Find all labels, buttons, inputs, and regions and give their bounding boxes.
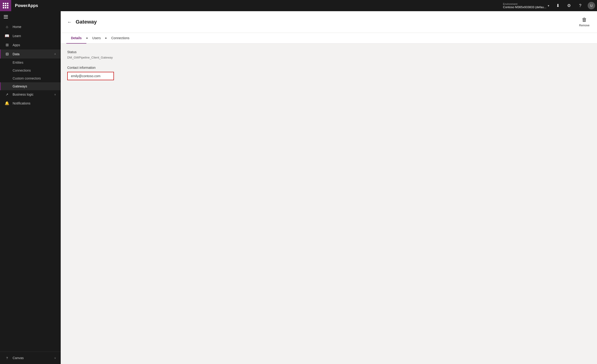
environment-value: Contoso M365x933833 (defau... [503, 5, 546, 9]
settings-button[interactable]: ⚙ [563, 0, 574, 11]
entities-label: Entities [13, 61, 23, 64]
sidebar-item-label: Learn [13, 34, 56, 38]
data-icon: ⊟ [5, 52, 9, 56]
help-icon: ? [579, 3, 581, 8]
page-title: Gateway [76, 19, 97, 25]
download-icon: ⬇ [556, 3, 560, 8]
status-label: Status [67, 50, 590, 54]
topbar: PowerApps Environment Contoso M365x93383… [0, 0, 597, 11]
hamburger-icon [4, 15, 8, 18]
tab-details[interactable]: Details [66, 33, 86, 44]
business-logic-icon: ↗ [5, 93, 9, 96]
environment-selector[interactable]: Environment Contoso M365x933833 (defau..… [500, 3, 552, 9]
sidebar-item-learn[interactable]: 📖 Learn [0, 31, 61, 40]
status-value: DM_GWPipeline_Client_Gateway [67, 56, 590, 59]
home-icon: ⌂ [5, 25, 9, 29]
gear-icon: ⚙ [567, 3, 571, 8]
back-button[interactable]: ← [66, 18, 73, 26]
sidebar-item-home[interactable]: ⌂ Home [0, 22, 61, 31]
remove-label: Remove [579, 24, 589, 27]
tab-users[interactable]: Users [87, 33, 106, 44]
sidebar-item-business-logic[interactable]: ↗ Business logic ∨ [0, 90, 61, 99]
contact-label: Contact information [67, 66, 590, 69]
environment-chevron-icon: ▾ [548, 4, 549, 8]
canvas-chevron-icon: ∨ [54, 356, 56, 360]
sidebar-item-data[interactable]: ⊟ Data ∧ [0, 49, 61, 59]
page-header-left: ← Gateway [66, 18, 97, 26]
tabs-bar: Details Users Connections [61, 33, 597, 44]
app-logo: PowerApps [11, 3, 42, 8]
remove-button[interactable]: 🗑 Remove [577, 15, 591, 29]
gateways-label: Gateways [13, 84, 27, 88]
sidebar-item-label: Business logic [13, 93, 51, 96]
canvas-icon: ? [5, 356, 9, 360]
user-avatar[interactable]: U [588, 2, 595, 9]
help-button[interactable]: ? [574, 0, 586, 11]
waffle-button[interactable] [0, 0, 11, 11]
connections-label: Connections [13, 68, 31, 72]
sidebar-item-custom-connectors[interactable]: Custom connectors [0, 74, 61, 82]
contact-value: emily@contoso.com [71, 74, 100, 78]
content-body: Status DM_GWPipeline_Client_Gateway Cont… [61, 44, 597, 364]
sidebar-item-label: Home [13, 25, 56, 29]
sidebar-item-label: Data [13, 52, 51, 56]
tab-connections[interactable]: Connections [106, 33, 134, 44]
custom-connectors-label: Custom connectors [13, 76, 41, 80]
tab-details-label: Details [71, 36, 82, 40]
trash-icon: 🗑 [582, 17, 587, 23]
content-area: ← Gateway 🗑 Remove Details Users Connect… [61, 11, 597, 364]
canvas-label: Canvas [13, 356, 51, 360]
hamburger-button[interactable] [0, 11, 61, 22]
page-header: ← Gateway 🗑 Remove [61, 11, 597, 33]
logo-text: PowerApps [15, 3, 38, 8]
tab-connections-label: Connections [111, 36, 129, 40]
bell-icon: 🔔 [5, 101, 9, 105]
contact-input[interactable]: emily@contoso.com [67, 72, 114, 80]
sidebar-item-connections[interactable]: Connections [0, 67, 61, 74]
main-layout: ⌂ Home 📖 Learn ⊞ Apps ⊟ Data ∧ Entities … [0, 11, 597, 364]
sidebar-item-label: Notifications [13, 101, 56, 105]
learn-icon: 📖 [5, 34, 9, 38]
sidebar-item-apps[interactable]: ⊞ Apps [0, 40, 61, 49]
tab-users-label: Users [92, 36, 101, 40]
sidebar-item-notifications[interactable]: 🔔 Notifications [0, 99, 61, 108]
data-chevron-icon: ∧ [54, 53, 56, 55]
download-button[interactable]: ⬇ [552, 0, 563, 11]
apps-icon: ⊞ [5, 43, 9, 47]
sidebar-item-label: Apps [13, 43, 56, 47]
sidebar-item-entities[interactable]: Entities [0, 59, 61, 67]
environment-label: Environment [503, 3, 546, 5]
sidebar-item-gateways[interactable]: Gateways [0, 82, 61, 90]
business-logic-chevron-icon: ∨ [54, 93, 56, 96]
avatar-label: U [590, 4, 593, 8]
sidebar: ⌂ Home 📖 Learn ⊞ Apps ⊟ Data ∧ Entities … [0, 11, 61, 364]
sidebar-footer: ? Canvas ∨ [0, 352, 61, 364]
sidebar-item-canvas[interactable]: ? Canvas ∨ [0, 354, 61, 362]
